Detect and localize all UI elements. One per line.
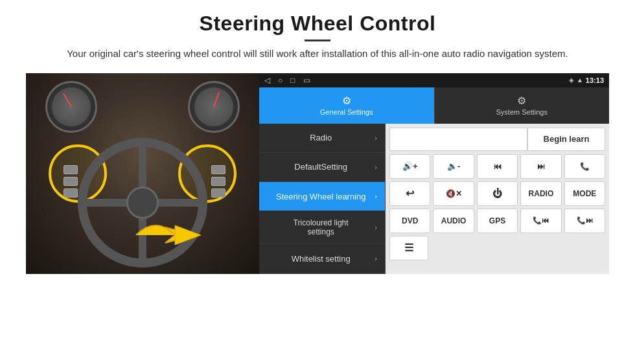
vol-down-button[interactable]: 🔉- [433,154,474,179]
tab-system-label: System Settings [496,108,548,116]
power-button[interactable]: ⏻ [477,181,518,206]
menu-default-label: DefaultSetting [267,162,375,172]
control-grid: 🔊+ 🔉- ⏮ ⏭ 📞 [389,154,605,260]
svg-marker-0 [175,225,201,245]
phone-next-icon: 📞⏭ [577,216,593,225]
mode-label: MODE [573,189,596,198]
vol-down-icon: 🔉- [447,161,460,171]
right-panel: Begin learn 🔊+ 🔉- ⏮ [386,124,609,274]
home-nav-icon: ○ [278,76,283,85]
menu-radio-chevron: › [375,134,377,142]
left-menu: Radio › DefaultSetting › Steering Wheel … [259,124,386,274]
status-bar-left: ◁ ○ □ ▭ [264,76,310,85]
mute-icon: 🔇✕ [446,189,462,198]
sw-btn-group-left [64,165,78,198]
ctrl-row-3: DVD AUDIO GPS 📞⏮ [389,209,605,233]
screen-nav-icon: ▭ [303,76,310,85]
menu-item-radio[interactable]: Radio › [259,124,385,153]
gauge-needle-right [213,92,220,107]
begin-learn-button[interactable]: Begin learn [527,128,605,151]
menu-icon: ☰ [404,242,413,254]
sw-btn-1 [64,165,78,174]
menu-item-tricoloured[interactable]: Tricoloured lightsettings › [259,211,385,244]
general-settings-icon: ⚙ [342,95,351,107]
vol-up-button[interactable]: 🔊+ [389,154,430,179]
audio-label: AUDIO [441,216,467,225]
sw-btn-6 [211,188,225,198]
radio-button[interactable]: RADIO [520,181,561,206]
gauge-needle-left [63,93,72,107]
gauge-left [45,81,97,133]
menu-whitelist-label: Whitelist setting [267,254,375,264]
location-status-icon: ◈ [569,76,574,84]
ctrl-row-1: 🔊+ 🔉- ⏮ ⏭ 📞 [389,154,605,179]
page-container: Steering Wheel Control Your original car… [0,0,635,364]
recents-nav-icon: □ [290,76,295,85]
menu-tricoloured-label: Tricoloured lightsettings [267,218,375,236]
radio-label: RADIO [529,189,554,198]
hang-up-icon: ↩ [406,187,414,199]
sw-btn-4 [211,165,225,174]
title-section: Steering Wheel Control Your original car… [67,12,568,69]
dvd-label: DVD [402,216,418,225]
menu-item-default[interactable]: DefaultSetting › [259,153,385,182]
learn-input-area [389,128,527,151]
menu-whitelist-chevron: › [375,255,377,262]
content-row: ◁ ○ □ ▭ ◈ ▲ 13:13 ⚙ General Settings [26,73,609,274]
menu-default-chevron: › [375,163,377,171]
tab-system-settings[interactable]: ⚙ System Settings [434,87,610,124]
gps-button[interactable]: GPS [477,209,518,233]
phone-prev-button[interactable]: 📞⏮ [520,209,561,233]
sw-btn-5 [211,177,225,186]
status-time: 13:13 [586,76,604,84]
gauge-inner-left [52,87,91,126]
android-ui: ◁ ○ □ ▭ ◈ ▲ 13:13 ⚙ General Settings [259,73,609,274]
hang-up-button[interactable]: ↩ [389,181,430,206]
phone-next-button[interactable]: 📞⏭ [564,209,605,233]
page-title: Steering Wheel Control [67,12,568,36]
audio-button[interactable]: AUDIO [433,209,474,233]
prev-track-button[interactable]: ⏮ [477,154,518,179]
sw-btn-group-right [211,165,225,198]
menu-item-whitelist[interactable]: Whitelist setting › [259,244,385,273]
phone-answer-icon: 📞 [580,162,590,171]
menu-tricoloured-chevron: › [375,223,377,231]
ctrl-row-4: ☰ [389,236,605,260]
gauge-right [188,81,240,133]
menu-icon-button[interactable]: ☰ [389,236,428,260]
prev-track-icon: ⏮ [494,162,502,171]
next-track-icon: ⏭ [537,162,545,171]
power-icon: ⏻ [492,188,502,199]
sw-btn-3 [64,188,78,198]
menu-steering-label: Steering Wheel learning [267,192,375,201]
sw-btn-2 [64,177,78,186]
mode-button[interactable]: MODE [564,181,605,206]
arrow-icon [130,209,207,261]
tab-bar: ⚙ General Settings ⚙ System Settings [259,87,609,124]
status-bar: ◁ ○ □ ▭ ◈ ▲ 13:13 [259,73,609,87]
tab-general-settings[interactable]: ⚙ General Settings [259,87,434,124]
menu-item-steering[interactable]: Steering Wheel learning › [259,182,385,211]
phone-answer-button[interactable]: 📞 [564,154,605,179]
ctrl-row-2: ↩ 🔇✕ ⏻ RADIO MO [389,181,605,206]
vol-up-icon: 🔊+ [402,161,418,171]
menu-area: Radio › DefaultSetting › Steering Wheel … [259,124,609,274]
title-divider [305,40,330,41]
mute-button[interactable]: 🔇✕ [433,181,474,206]
page-subtitle: Your original car's steering wheel contr… [67,47,568,62]
car-image [26,73,259,274]
phone-prev-icon: 📞⏮ [533,216,549,225]
gauge-inner-right [194,87,233,126]
wifi-status-icon: ▲ [577,76,583,84]
steering-wheel-bg [26,73,259,274]
system-settings-icon: ⚙ [517,95,526,107]
begin-learn-row: Begin learn [389,128,605,151]
back-nav-icon: ◁ [264,76,270,85]
tab-general-label: General Settings [320,108,373,116]
dvd-button[interactable]: DVD [389,209,430,233]
next-track-button[interactable]: ⏭ [520,154,561,179]
status-bar-right: ◈ ▲ 13:13 [569,76,604,84]
menu-steering-chevron: › [375,192,377,200]
arrow-container [130,209,207,261]
menu-radio-label: Radio [267,133,375,142]
